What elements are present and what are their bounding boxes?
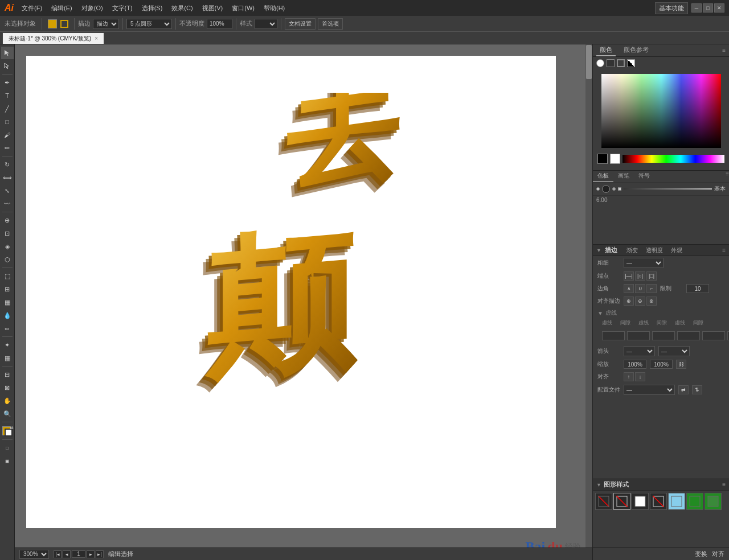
brush-dot-4[interactable] — [618, 187, 621, 191]
style-select[interactable] — [255, 19, 277, 29]
tab-close-button[interactable]: × — [95, 35, 98, 42]
mesh-tool[interactable]: ⊞ — [1, 283, 14, 295]
stroke-limit-input[interactable] — [686, 284, 709, 293]
slice-tool[interactable]: ⊠ — [1, 381, 14, 394]
direct-selection-tool[interactable] — [1, 60, 14, 72]
stroke-collapse-arrow[interactable]: ▼ — [596, 248, 601, 253]
dash-collapse-icon[interactable]: ▼ — [597, 310, 603, 316]
transform-link[interactable]: 变换 — [695, 550, 707, 558]
stroke-menu-icon[interactable]: ≡ — [722, 247, 726, 253]
dash2-input[interactable] — [652, 331, 675, 340]
reflect-tool[interactable]: ⟺ — [1, 171, 14, 184]
align-center-btn[interactable]: ⊕ — [624, 297, 634, 306]
menu-window[interactable]: 窗口(W) — [228, 3, 258, 14]
prev-page-button[interactable]: ◂ — [63, 550, 71, 558]
zoom-select[interactable]: 300% — [19, 550, 49, 559]
arrow-end-select[interactable]: — — [658, 346, 690, 356]
artboard-tool[interactable]: ⊟ — [1, 368, 14, 381]
scale-link-btn[interactable]: ⛓ — [676, 360, 686, 369]
scale-start-input[interactable] — [624, 360, 646, 369]
color-ref-tab[interactable]: 颜色参考 — [620, 44, 652, 56]
rotate-tool[interactable]: ↻ — [1, 158, 14, 171]
corner-round-btn[interactable]: ∪ — [635, 284, 645, 293]
hand-tool[interactable]: ✋ — [1, 394, 14, 407]
background-swatch[interactable] — [610, 154, 620, 164]
shape-style-3[interactable] — [650, 493, 667, 510]
fullscreen-mode[interactable]: ▣ — [1, 455, 14, 467]
next-page-button[interactable]: ▸ — [87, 550, 95, 558]
prefs-button[interactable]: 首选项 — [318, 18, 343, 30]
shape-panel-menu[interactable]: ≡ — [722, 481, 726, 488]
normal-mode[interactable]: □ — [1, 442, 14, 454]
align-outside-btn[interactable]: ⊗ — [646, 297, 657, 306]
align-inside-btn[interactable]: ⊖ — [635, 297, 645, 306]
stroke-box[interactable] — [60, 20, 68, 28]
transparency-tab[interactable]: 透明度 — [644, 246, 665, 255]
doc-settings-button[interactable]: 文档设置 — [285, 18, 316, 30]
panel-menu-icon[interactable]: ≡ — [722, 47, 726, 53]
shape-style-1[interactable] — [613, 493, 630, 510]
live-paint-tool[interactable]: ⬡ — [1, 253, 14, 266]
width-tool[interactable]: ⊕ — [1, 214, 14, 227]
blend-tool[interactable]: ∞ — [1, 322, 14, 335]
align-end-btn[interactable]: ↓ — [635, 372, 645, 381]
fill-color-swatch[interactable] — [48, 19, 57, 28]
scale-tool[interactable]: ⤡ — [1, 184, 14, 197]
symbol-tool[interactable]: ✦ — [1, 339, 14, 351]
color-icon-gradient[interactable] — [627, 59, 635, 67]
menu-file[interactable]: 文件(F) — [18, 3, 46, 14]
color-spectrum-slider[interactable] — [622, 155, 724, 163]
align-link[interactable]: 对齐 — [712, 550, 724, 558]
stroke-select[interactable]: 描边 — [93, 19, 119, 29]
align-start-btn[interactable]: ↑ — [624, 372, 634, 381]
arrow-start-select[interactable]: — — [624, 346, 655, 356]
close-button[interactable]: ✕ — [714, 3, 724, 13]
opacity-input[interactable] — [207, 19, 232, 29]
gap1-input[interactable] — [627, 331, 650, 340]
shape-style-none[interactable] — [595, 493, 612, 510]
eyedropper-tool[interactable]: 💧 — [1, 309, 14, 322]
symbols-tab[interactable]: 符号 — [634, 171, 654, 182]
paintbrush-tool[interactable]: 🖌 — [1, 129, 14, 141]
warp-tool[interactable]: 〰 — [1, 197, 14, 210]
menu-select[interactable]: 选择(S) — [138, 3, 166, 14]
swap-colors-icon[interactable]: ⇄ — [10, 425, 14, 430]
selection-tool[interactable] — [1, 47, 14, 59]
canvas-white[interactable]: 去 去 去 去 颠 颠 颠 颠 — [26, 56, 556, 528]
endpoint-square-btn[interactable]: |□| — [646, 271, 657, 281]
last-page-button[interactable]: ▸| — [96, 550, 104, 558]
brush-dot-1[interactable] — [596, 187, 600, 191]
vertical-scroll-thumb[interactable] — [586, 45, 592, 79]
color-gradient-picker[interactable] — [601, 74, 721, 148]
column-graph-tool[interactable]: ▦ — [1, 352, 14, 364]
perspective-tool[interactable]: ⬚ — [1, 270, 14, 282]
color-icon-fill[interactable] — [596, 59, 604, 67]
gap2-input[interactable] — [677, 331, 700, 340]
shape-tool[interactable]: □ — [1, 116, 14, 128]
swatches-tab[interactable]: 色板 — [593, 171, 613, 182]
brush-dot-2[interactable] — [602, 185, 610, 193]
corner-bevel-btn[interactable]: ⌐ — [646, 284, 657, 293]
page-input[interactable] — [72, 550, 85, 558]
appearance-tab[interactable]: 外观 — [669, 246, 685, 255]
menu-view[interactable]: 视图(V) — [199, 3, 227, 14]
zoom-tool[interactable]: 🔍 — [1, 407, 14, 420]
free-transform-tool[interactable]: ⊡ — [1, 227, 14, 240]
foreground-swatch[interactable] — [597, 154, 608, 164]
menu-edit[interactable]: 编辑(E) — [48, 3, 76, 14]
profile-flip2-btn[interactable]: ⇅ — [692, 385, 702, 394]
brush-dot-3[interactable] — [612, 187, 616, 191]
minimize-button[interactable]: ─ — [691, 3, 702, 13]
stroke-weight-select[interactable]: — — [624, 258, 664, 268]
shape-builder-tool[interactable]: ◈ — [1, 240, 14, 253]
gradient-tab[interactable]: 渐变 — [624, 246, 640, 255]
pen-tool[interactable]: ✒ — [1, 76, 14, 89]
endpoint-round-btn[interactable]: |○| — [635, 271, 645, 281]
first-page-button[interactable]: |◂ — [54, 550, 62, 558]
maximize-button[interactable]: □ — [703, 3, 713, 13]
vertical-scrollbar[interactable] — [585, 44, 592, 553]
type-tool[interactable]: T — [1, 89, 14, 102]
endpoint-butt-btn[interactable]: |—| — [624, 271, 634, 281]
scale-end-input[interactable] — [650, 360, 673, 369]
profile-flip-btn[interactable]: ⇄ — [678, 385, 689, 394]
